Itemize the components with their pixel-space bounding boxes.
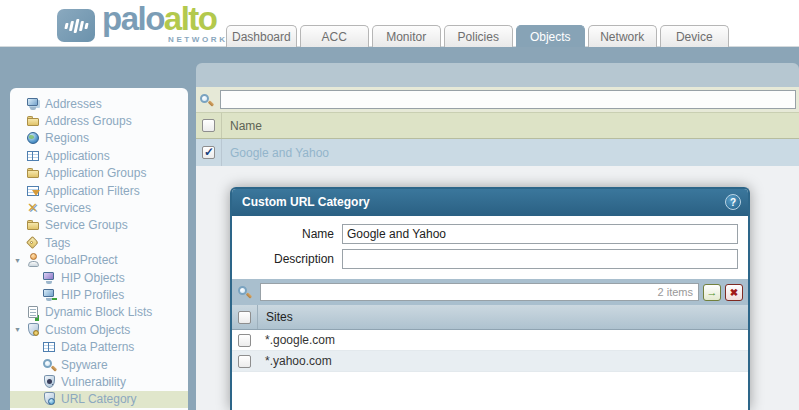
sidebar-item-spyware[interactable]: Spyware xyxy=(10,356,188,373)
site-value: *.google.com xyxy=(257,330,335,350)
sidebar-item-label: Custom Objects xyxy=(45,323,130,337)
nav-tabs: DashboardACCMonitorPoliciesObjectsNetwor… xyxy=(226,25,729,47)
hip-profiles-icon xyxy=(42,288,57,302)
row-checkbox[interactable] xyxy=(202,146,215,159)
url-category-icon xyxy=(42,392,57,406)
objects-search-bar xyxy=(196,87,799,112)
sidebar-item-label: Address Groups xyxy=(45,114,132,128)
tags-icon xyxy=(26,236,41,250)
description-field[interactable] xyxy=(342,249,738,269)
sidebar-item-label: Vulnerability xyxy=(61,375,126,389)
sites-filter-input[interactable] xyxy=(261,285,658,299)
sidebar-item-label: Service Groups xyxy=(45,218,128,232)
sites-select-all-checkbox[interactable] xyxy=(238,311,251,324)
custom-objects-icon xyxy=(26,323,41,337)
sidebar-item-globalprotect[interactable]: ▼GlobalProtect xyxy=(10,252,188,269)
address-groups-icon xyxy=(26,114,41,128)
sites-table-body: *.google.com*.yahoo.com xyxy=(232,330,748,372)
logo-wordmark: paloalto xyxy=(102,0,217,38)
expander-icon[interactable]: ▼ xyxy=(13,257,26,264)
search-icon xyxy=(237,285,252,299)
help-icon[interactable]: ? xyxy=(725,194,741,210)
custom-url-category-dialog: Custom URL Category ? Name Description 2… xyxy=(230,187,750,410)
tab-monitor[interactable]: Monitor xyxy=(372,25,441,47)
close-x-icon: ✖ xyxy=(730,287,738,298)
list-item[interactable]: *.google.com xyxy=(232,330,748,351)
sidebar-item-label: URL Category xyxy=(61,392,137,406)
regions-icon xyxy=(26,131,41,145)
content-panel-top xyxy=(196,63,799,87)
name-field-label: Name xyxy=(242,227,334,241)
tab-policies[interactable]: Policies xyxy=(444,25,513,47)
sidebar-item-label: Dynamic Block Lists xyxy=(45,305,152,319)
application-filters-icon xyxy=(26,184,41,198)
sidebar-item-label: Regions xyxy=(45,131,89,145)
site-row-checkbox[interactable] xyxy=(238,334,251,347)
sidebar-item-addresses[interactable]: Addresses xyxy=(10,95,188,112)
table-row[interactable]: Google and Yahoo xyxy=(196,139,799,166)
tab-objects[interactable]: Objects xyxy=(516,25,585,47)
service-groups-icon xyxy=(26,218,41,232)
tab-acc[interactable]: ACC xyxy=(300,25,369,47)
app-header: paloalto NETWORKS DashboardACCMonitorPol… xyxy=(0,0,799,47)
sidebar-item-label: Data Patterns xyxy=(61,340,134,354)
sidebar-item-regions[interactable]: Regions xyxy=(10,130,188,147)
sidebar-item-label: Application Filters xyxy=(45,184,140,198)
services-icon xyxy=(26,201,41,215)
applications-icon xyxy=(26,149,41,163)
apply-filter-button[interactable]: → xyxy=(703,284,721,301)
addresses-icon xyxy=(26,97,41,111)
hip-objects-icon xyxy=(42,271,57,285)
expander-icon[interactable]: ▼ xyxy=(13,326,26,333)
sidebar-item-label: Addresses xyxy=(45,97,102,111)
dialog-title-bar: Custom URL Category ? xyxy=(232,189,748,216)
sidebar-item-dynamic-block-lists[interactable]: Dynamic Block Lists xyxy=(10,304,188,321)
sidebar-item-custom-objects[interactable]: ▼Custom Objects xyxy=(10,321,188,338)
sidebar-item-vulnerability[interactable]: Vulnerability xyxy=(10,373,188,390)
sidebar-item-address-groups[interactable]: Address Groups xyxy=(10,112,188,129)
objects-nav-tree: AddressesAddress GroupsRegionsApplicatio… xyxy=(10,88,188,410)
sidebar-item-application-filters[interactable]: Application Filters xyxy=(10,182,188,199)
sidebar-item-label: Applications xyxy=(45,149,110,163)
sidebar-item-label: GlobalProtect xyxy=(45,253,118,267)
site-row-checkbox[interactable] xyxy=(238,355,251,368)
site-value: *.yahoo.com xyxy=(257,351,332,371)
sidebar-item-label: Spyware xyxy=(61,358,108,372)
logo-alto: alto xyxy=(164,0,217,37)
dynamic-block-lists-icon xyxy=(26,305,41,319)
items-count-label: 2 items xyxy=(658,286,698,298)
tab-dashboard[interactable]: Dashboard xyxy=(226,25,297,47)
select-all-checkbox[interactable] xyxy=(202,119,215,132)
name-field[interactable] xyxy=(342,224,738,244)
description-field-label: Description xyxy=(242,252,334,266)
sites-table-empty-area xyxy=(232,372,748,410)
sidebar-item-label: HIP Profiles xyxy=(61,288,124,302)
sidebar-item-services[interactable]: Services xyxy=(10,199,188,216)
objects-table-header: Name xyxy=(196,112,799,139)
sidebar-item-service-groups[interactable]: Service Groups xyxy=(10,217,188,234)
search-icon xyxy=(199,93,214,107)
sidebar-item-hip-profiles[interactable]: HIP Profiles xyxy=(10,286,188,303)
sidebar-item-label: HIP Objects xyxy=(61,271,125,285)
sites-filter-field: 2 items xyxy=(260,283,699,301)
sidebar-item-applications[interactable]: Applications xyxy=(10,147,188,164)
sidebar-item-hip-objects[interactable]: HIP Objects xyxy=(10,269,188,286)
objects-search-input[interactable] xyxy=(220,90,796,109)
spyware-icon xyxy=(42,358,57,372)
sidebar-item-application-groups[interactable]: Application Groups xyxy=(10,165,188,182)
sidebar-item-data-patterns[interactable]: Data Patterns xyxy=(10,338,188,355)
sites-column-header: Sites xyxy=(258,305,293,329)
clear-filter-button[interactable]: ✖ xyxy=(725,284,743,301)
palo-alto-logo-icon xyxy=(57,9,95,42)
sidebar-item-tags[interactable]: Tags xyxy=(10,234,188,251)
data-patterns-icon xyxy=(42,340,57,354)
tab-device[interactable]: Device xyxy=(660,25,729,47)
sites-table-header: Sites xyxy=(232,305,748,330)
sidebar-item-url-category[interactable]: URL Category xyxy=(10,391,188,408)
name-column-header: Name xyxy=(222,113,262,138)
list-item[interactable]: *.yahoo.com xyxy=(232,351,748,372)
sidebar-item-label: Application Groups xyxy=(45,166,146,180)
dialog-title: Custom URL Category xyxy=(242,195,370,209)
tab-network[interactable]: Network xyxy=(588,25,657,47)
object-name-link[interactable]: Google and Yahoo xyxy=(222,139,329,166)
